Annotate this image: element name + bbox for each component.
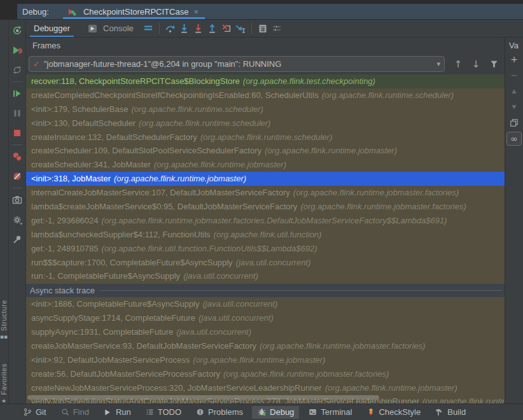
force-step-into-icon[interactable] [192,22,206,36]
step-out-icon[interactable] [206,22,220,36]
frame-row[interactable]: run:-1, CompletableFuture$AsyncSupply(ja… [26,269,505,283]
frame-row[interactable]: lambda$uncheckedSupplier$4:112, Function… [26,228,505,242]
layout-settings-icon[interactable] [270,22,284,36]
frame-method: <init>:179, SchedulerBase [31,104,129,114]
toolbar-item-label: Git [36,407,46,417]
reload-classes-icon[interactable] [11,64,23,76]
view-breakpoints-icon[interactable] [11,151,23,162]
frame-package: (org.apache.flink.runtime.scheduler) [139,118,270,128]
frame-row[interactable]: create:56, DefaultJobMasterServiceProces… [26,367,505,381]
run-configuration-icon [66,4,80,18]
resume-program-icon[interactable] [11,88,23,99]
frame-method: <init>:92, DefaultJobMasterServiceProces… [31,355,190,365]
run-to-cursor-icon[interactable] [234,22,248,36]
toolbar-item-label: CheckStyle [379,407,421,417]
frame-row[interactable]: <init>:92, DefaultJobMasterServiceProces… [26,353,505,367]
previous-frame-button[interactable]: ↑ [450,57,466,72]
frame-row[interactable]: lambda$createJobMasterService$0:95, Defa… [26,200,505,214]
frame-package: (org.apache.flink.runtime.jobmaster) [193,355,325,365]
toolbar-item-label: Run [116,407,131,417]
frame-row[interactable]: asyncSupplyStage:1714, CompletableFuture… [26,311,505,325]
frame-method: get:-1, 293686024 [31,216,99,225]
toolbar-item-build[interactable]: Build [429,406,471,419]
frame-row[interactable]: supplyAsync:1931, CompletableFuture(java… [26,325,505,339]
run-play-icon [103,407,113,417]
move-down-icon[interactable]: ▼ [506,100,522,114]
horizontal-scrollbar[interactable] [27,395,379,400]
frame-row[interactable]: run$$$capture:1700, CompletableFuture$As… [26,256,505,270]
add-watch-icon[interactable]: + [506,52,522,66]
frame-row[interactable]: createCompletedCheckpointStoreIfCheckpoi… [26,88,505,102]
thread-dropdown[interactable]: ✓ "jobmanager-future-thread-1"@6,204 in … [29,56,445,72]
frame-row[interactable]: <init>:318, JobMaster(org.apache.flink.r… [26,172,505,186]
frame-package: (org.apache.flink.runtime.scheduler) [322,90,454,100]
todo-list-icon [145,407,155,417]
toolbar-item-todo[interactable]: TODO [140,406,186,419]
frame-package: (java.util.concurrent) [176,327,251,337]
next-frame-button[interactable]: ↓ [468,57,484,72]
frame-method: createJobMasterService:93, DefaultJobMas… [31,341,256,351]
frame-row[interactable]: <init>:179, SchedulerBase(org.apache.fli… [26,102,505,116]
frames-title: Frames [32,41,60,50]
active-tab-underline [63,17,205,19]
toolbar-item-find[interactable]: Find [55,406,94,419]
toolbar-item-label: Find [73,407,89,417]
frame-method: lambda$uncheckedSupplier$4:112, Function… [31,230,211,239]
rerun-icon[interactable] [11,25,23,36]
settings-gear-icon[interactable] [11,214,23,225]
frame-row[interactable]: <init>:130, DefaultScheduler(org.apache.… [26,116,505,130]
frame-package: (org.apache.flink.runtime.scheduler) [200,132,332,142]
frame-package: (org.apache.flink.runtime.jobmaster.fact… [223,369,389,379]
step-into-icon[interactable] [178,22,192,36]
frame-row[interactable]: <init>:1686, CompletableFuture$AsyncSupp… [26,297,505,311]
call-stack-frames: recover:118, CheckpointStoreRPCITCase$Bl… [26,74,505,283]
sidebar-item-structure[interactable]: Structure ▪▪ [0,300,9,340]
frames-panel-header: Frames [26,38,505,53]
run-badge-9-icon[interactable]: 9 [11,45,23,56]
chevron-down-icon: ▾ [436,60,440,68]
frame-package: (org.apache.flink.runtime.scheduler) [132,104,263,114]
toolbar-item-checkstyle[interactable]: CheckStyle [361,406,426,419]
close-tab-icon[interactable]: × [193,7,199,17]
tab-debugger[interactable]: Debugger [26,20,78,37]
stop-icon[interactable] [11,127,23,139]
layout-menu-icon[interactable] [141,22,155,36]
evaluate-watches-toggle-icon[interactable]: ∞ [506,132,522,146]
frame-row[interactable]: createNewJobMasterServiceProcess:320, Jo… [26,381,505,395]
thread-dump-camera-icon[interactable] [11,194,23,206]
debug-header-bar: Debug: CheckpointStoreRPCITCase × [17,4,523,20]
toolbar-item-git[interactable]: Git [18,406,52,419]
frame-row[interactable]: createInstance:132, DefaultSchedulerFact… [26,130,505,144]
filter-frames-icon[interactable] [485,57,502,72]
tab-console[interactable]: Console [78,20,141,37]
frame-row[interactable]: get:-1, 248910785(org.apache.flink.util.… [26,242,505,256]
drop-frame-icon[interactable] [220,22,234,36]
async-separator-label: Async stack trace [30,286,95,295]
pin-icon[interactable] [11,234,23,245]
remove-watch-icon[interactable]: − [506,68,522,82]
sidebar-item-favorites[interactable]: Favorites ★ [0,363,9,404]
frame-row[interactable]: internalCreateJobMasterService:107, Defa… [26,186,505,200]
move-up-icon[interactable]: ▲ [506,84,522,98]
mute-breakpoints-icon[interactable] [11,171,23,182]
pause-program-icon[interactable] [11,108,23,119]
duplicate-watch-icon[interactable] [506,116,522,130]
thread-selector-row: ✓ "jobmanager-future-thread-1"@6,204 in … [26,53,505,74]
run-config-tab[interactable]: CheckpointStoreRPCITCase × [63,4,205,19]
toolbar-item-terminal[interactable]: Terminal [303,406,357,419]
frame-package: (org.apache.flink.runtime.jobmaster.fact… [293,188,459,197]
frame-method: createNewJobMasterServiceProcess:320, Jo… [31,383,322,393]
frame-row[interactable]: createScheduler:341, JobMaster(org.apach… [26,158,505,172]
frame-row[interactable]: createScheduler:109, DefaultSlotPoolServ… [26,144,505,158]
step-over-icon[interactable] [164,22,178,36]
toolbar-item-problems[interactable]: Problems [190,406,248,419]
tab-console-label: Console [103,24,134,33]
frame-row[interactable]: recover:118, CheckpointStoreRPCITCase$Bl… [26,74,505,88]
evaluate-expression-icon[interactable] [256,22,270,36]
toolbar-item-debug[interactable]: Debug [252,406,299,419]
frame-row[interactable]: createJobMasterService:93, DefaultJobMas… [26,339,505,353]
frames-list: recover:118, CheckpointStoreRPCITCase$Bl… [26,74,505,403]
toolbar-item-run[interactable]: Run [98,406,136,419]
frame-row[interactable]: get:-1, 293686024(org.apache.flink.runti… [26,214,505,228]
frame-package: (org.apache.flink.test.checkpointing) [243,76,375,86]
